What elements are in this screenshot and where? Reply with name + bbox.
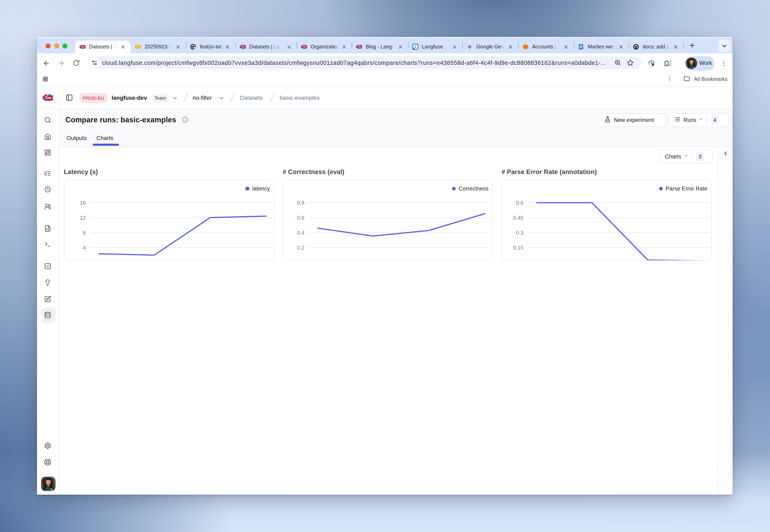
svg-text:0.4: 0.4 bbox=[297, 230, 305, 236]
svg-text:0.15: 0.15 bbox=[513, 245, 523, 251]
svg-text:0.8: 0.8 bbox=[297, 200, 305, 206]
svg-text:0.6: 0.6 bbox=[516, 200, 523, 206]
svg-text:0.3: 0.3 bbox=[516, 230, 523, 236]
svg-text:8: 8 bbox=[83, 230, 86, 236]
svg-text:0.2: 0.2 bbox=[297, 245, 305, 251]
svg-text:16: 16 bbox=[80, 200, 86, 206]
svg-text:0.45: 0.45 bbox=[513, 215, 523, 221]
svg-text:6: 6 bbox=[414, 45, 416, 48]
svg-text:0.6: 0.6 bbox=[297, 215, 305, 221]
svg-text:12: 12 bbox=[80, 215, 86, 221]
svg-text:4: 4 bbox=[83, 245, 86, 251]
